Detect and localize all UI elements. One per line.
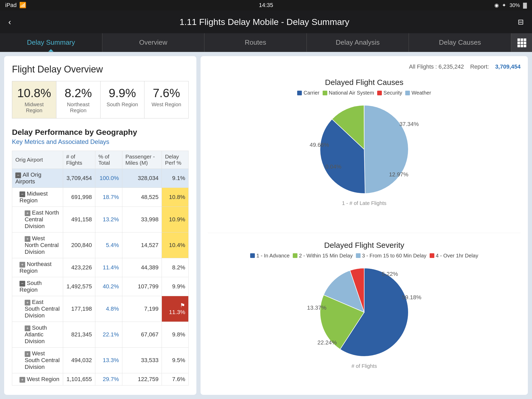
tab-delay-analysis[interactable]: Delay Analysis — [307, 33, 409, 52]
severity-pie-chart: 59.18% 22.24% 13.37% 5.22% — [315, 263, 414, 362]
severity-chart-title: Delayed Flight Severity — [324, 241, 404, 250]
svg-rect-3 — [517, 42, 520, 44]
causes-legend: Carrier National Air System Security Wea… — [297, 90, 431, 96]
header: ‹ 1.11 Flights Delay Mobile - Delay Summ… — [0, 10, 532, 33]
svg-rect-0 — [517, 38, 520, 41]
west-pct: 7.6% — [148, 86, 185, 100]
grid-view-button[interactable] — [511, 33, 532, 52]
status-bar: iPad 📶 14:35 ◉ ✦ 30% ▓ — [0, 0, 532, 10]
causes-chart-section: Delayed Flight Causes Carrier National A… — [208, 78, 521, 225]
battery-icon: ▓ — [523, 2, 527, 8]
legend-over-1hr: 4 - Over 1hr Delay — [430, 253, 478, 259]
section-subtitle[interactable]: Key Metrics and Associated Delays — [12, 138, 189, 145]
col-flights: # of Flights — [63, 151, 95, 169]
geography-table: Orig Airport # of Flights % of Total Pas… — [12, 151, 189, 385]
south-name: South Region — [104, 102, 141, 108]
col-pct: % of Total — [95, 151, 122, 169]
wifi-icon: 📶 — [19, 2, 26, 9]
table-row: −Midwest Region691,99818.7%48,52510.8% — [12, 188, 189, 207]
table-row: +East South Central Division177,1984.8%7… — [12, 296, 189, 322]
location-icon: ◉ — [494, 2, 499, 8]
table-row: +West South Central Division494,03213.3%… — [12, 348, 189, 373]
carrier-label: iPad — [5, 2, 17, 9]
col-delay: Delay Perf % — [162, 151, 189, 169]
all-flights-label: All Flights : 6,235,242 — [409, 63, 464, 70]
left-panel: Flight Delay Overview 10.8% Midwest Regi… — [4, 56, 196, 395]
svg-rect-2 — [524, 38, 526, 41]
table-header-row: Orig Airport # of Flights % of Total Pas… — [12, 151, 189, 169]
table-row: +West Region1,101,65529.7%122,7597.6% — [12, 373, 189, 385]
south-pct: 9.9% — [104, 86, 141, 100]
table-row: +Northeast Region423,22611.4%44,3898.2% — [12, 258, 189, 277]
svg-rect-6 — [517, 45, 520, 47]
section-title: Delay Performance by Geography — [12, 128, 189, 137]
causes-label-nas: 12.97% — [389, 171, 408, 178]
svg-rect-7 — [521, 45, 523, 47]
tab-overview[interactable]: Overview — [102, 33, 205, 52]
report-link[interactable]: 3,709,454 — [495, 63, 521, 70]
svg-rect-5 — [524, 42, 526, 44]
region-tiles: 10.8% Midwest Region 8.2% Northeast Regi… — [12, 81, 189, 118]
bluetooth-icon: ✦ — [502, 2, 506, 8]
severity-label-within15: 22.24% — [317, 339, 337, 346]
tab-delay-causes[interactable]: Delay Causes — [409, 33, 511, 52]
page-title: 1.11 Flights Delay Mobile - Delay Summar… — [11, 17, 518, 27]
back-button[interactable]: ‹ — [8, 17, 11, 27]
time-display: 14:35 — [259, 2, 273, 9]
right-panel: All Flights : 6,235,242 Report: 3,709,45… — [201, 56, 528, 395]
region-tile-south[interactable]: 9.9% South Region — [101, 81, 145, 118]
west-name: West Region — [148, 102, 185, 108]
table-row: −South Region1,492,57540.2%107,7999.9% — [12, 277, 189, 296]
legend-security: Security — [377, 90, 402, 96]
midwest-pct: 10.8% — [16, 86, 52, 100]
status-right: ◉ ✦ 30% ▓ — [494, 2, 527, 8]
svg-rect-1 — [521, 38, 523, 41]
legend-weather: Weather — [405, 90, 431, 96]
causes-chart-title: Delayed Flight Causes — [325, 78, 403, 87]
col-miles: Passenger - Miles (M) — [122, 151, 162, 169]
col-airport: Orig Airport — [12, 151, 63, 169]
tab-routes[interactable]: Routes — [204, 33, 307, 52]
svg-rect-4 — [521, 42, 523, 44]
legend-in-advance: 1 - In Advance — [250, 253, 290, 259]
severity-legend: 1 - In Advance 2 - Within 15 Min Delay 3… — [250, 253, 478, 259]
causes-label-weather: 49.66% — [310, 142, 329, 148]
right-header: All Flights : 6,235,242 Report: 3,709,45… — [208, 63, 521, 70]
legend-nas: National Air System — [323, 90, 374, 96]
region-tile-northeast[interactable]: 8.2% Northeast Region — [56, 81, 101, 118]
report-label: Report: — [470, 63, 489, 70]
table-row: +East North Central Division491,15813.2%… — [12, 207, 189, 232]
severity-label-advance: 59.18% — [402, 294, 421, 301]
svg-rect-8 — [524, 45, 526, 47]
causes-caption: 1 - # of Late Flights — [342, 200, 386, 206]
legend-15-60: 3 - From 15 to 60 Min Delay — [356, 253, 427, 259]
region-tile-midwest[interactable]: 10.8% Midwest Region — [12, 81, 56, 118]
table-row: +South Atlantic Division821,34522.1%67,0… — [12, 322, 189, 348]
legend-carrier: Carrier — [297, 90, 319, 96]
causes-label-carrier: 37.34% — [399, 121, 419, 128]
severity-label-15-60: 13.37% — [307, 304, 327, 311]
severity-chart-section: Delayed Flight Severity 1 - In Advance 2… — [208, 241, 521, 388]
causes-pie-chart: 37.34% 49.66% 12.97% 0.04% — [315, 100, 414, 199]
causes-label-security: 0.04% — [325, 163, 341, 170]
northeast-name: Northeast Region — [60, 102, 97, 114]
status-left: iPad 📶 — [5, 2, 26, 9]
filter-icon[interactable]: ⊟ — [518, 18, 524, 26]
main-content: Flight Delay Overview 10.8% Midwest Regi… — [0, 52, 532, 399]
severity-caption: # of Flights — [351, 363, 377, 369]
midwest-name: Midwest Region — [16, 102, 52, 114]
tab-delay-summary[interactable]: Delay Summary — [0, 33, 102, 52]
overview-title: Flight Delay Overview — [12, 64, 189, 75]
region-tile-west[interactable]: 7.6% West Region — [144, 81, 188, 118]
tab-bar: Delay Summary Overview Routes Delay Anal… — [0, 33, 532, 52]
table-row: +West North Central Division200,8405.4%1… — [12, 232, 189, 258]
northeast-pct: 8.2% — [60, 86, 97, 100]
table-row: −All Orig Airports3,709,454100.0%328,034… — [12, 169, 189, 188]
severity-label-over1hr: 5.22% — [382, 271, 398, 277]
legend-within-15: 2 - Within 15 Min Delay — [293, 253, 353, 259]
battery-label: 30% — [509, 2, 520, 8]
